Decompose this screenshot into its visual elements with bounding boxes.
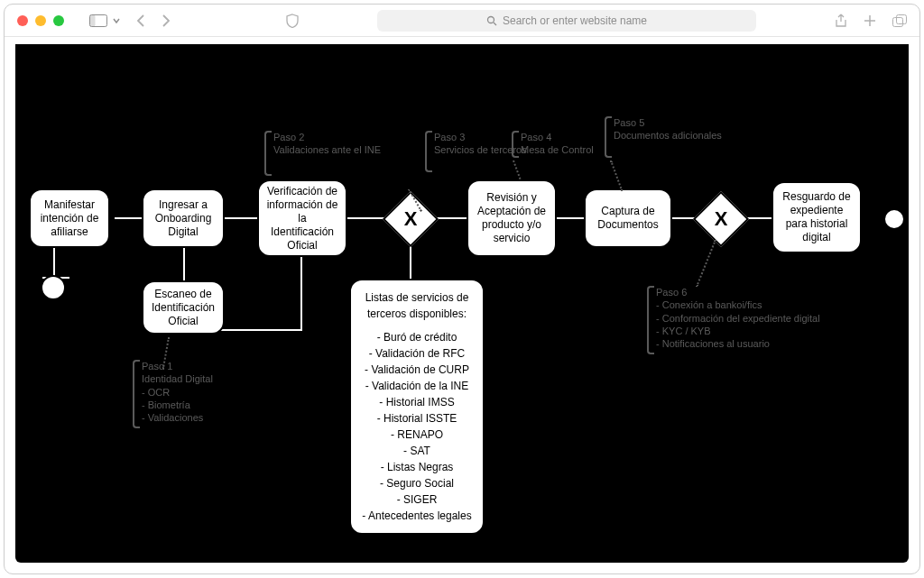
minimize-window-icon[interactable] [35, 15, 46, 26]
bpmn-gateway-2 [693, 191, 749, 247]
search-icon [486, 15, 497, 26]
task-manifestar: Manifestar intención de afiliarse [29, 188, 110, 248]
task-label: Ingresar a Onboarding Digital [151, 198, 216, 239]
annotation-paso-1: Paso 1 Identidad Digital - OCR - Biometr… [142, 360, 213, 424]
address-bar[interactable]: Search or enter website name [377, 10, 756, 32]
diagram-canvas: Manifestar intención de afiliarse Ingres… [15, 44, 909, 563]
task-revision: Revisión y Aceptación de producto y/o se… [467, 179, 557, 257]
back-button-icon[interactable] [136, 14, 145, 27]
svg-rect-1 [90, 14, 96, 26]
task-label: Verificación de información de la Identi… [266, 185, 338, 252]
bpmn-end-event [882, 206, 907, 232]
task-label: Captura de Documentos [593, 205, 663, 232]
close-window-icon[interactable] [17, 15, 28, 26]
task-ingresar: Ingresar a Onboarding Digital [142, 188, 225, 248]
share-icon[interactable] [835, 14, 847, 28]
services-list-box: Listas de servicios de terceros disponib… [349, 279, 485, 535]
annotation-paso-4: Paso 4 Mesa de Control [521, 131, 594, 157]
bpmn-gateway-1 [383, 191, 439, 247]
svg-point-2 [487, 16, 494, 23]
task-label: Escaneo de Identificación Oficial [151, 288, 216, 328]
annotation-paso-5: Paso 5 Documentos adicionales [614, 116, 722, 142]
annotation-paso-2: Paso 2 Validaciones ante el INE [273, 131, 381, 157]
bpmn-start-event [41, 275, 66, 300]
task-captura: Captura de Documentos [584, 188, 672, 248]
fullscreen-window-icon[interactable] [53, 15, 64, 26]
services-items: - Buró de crédito - Validación de RFC - … [362, 329, 472, 524]
title-bar: Search or enter website name [5, 5, 919, 37]
svg-rect-4 [893, 17, 903, 26]
sidebar-toggle-icon[interactable] [89, 14, 107, 27]
address-placeholder: Search or enter website name [503, 14, 647, 27]
annotation-paso-6: Paso 6 - Conexión a bankoi/fics - Confor… [656, 286, 820, 350]
browser-window: Search or enter website name [4, 4, 920, 574]
task-label: Manifestar intención de afiliarse [38, 198, 101, 239]
task-escaneo: Escaneo de Identificación Oficial [142, 280, 225, 335]
services-title: Listas de servicios de terceros disponib… [362, 289, 472, 322]
privacy-shield-icon[interactable] [286, 14, 299, 28]
svg-line-3 [494, 23, 496, 25]
task-label: Resguardo de expediente para historial d… [781, 190, 853, 244]
task-label: Revisión y Aceptación de producto y/o se… [476, 191, 548, 245]
tab-overview-icon[interactable] [892, 14, 907, 28]
task-verificacion: Verificación de información de la Identi… [257, 179, 347, 257]
svg-rect-5 [897, 14, 907, 23]
new-tab-icon[interactable] [864, 14, 876, 28]
forward-button-icon[interactable] [162, 14, 171, 27]
sidebar-dropdown-icon[interactable] [113, 17, 120, 24]
traffic-lights [17, 15, 64, 26]
task-resguardo: Resguardo de expediente para historial d… [772, 181, 862, 253]
